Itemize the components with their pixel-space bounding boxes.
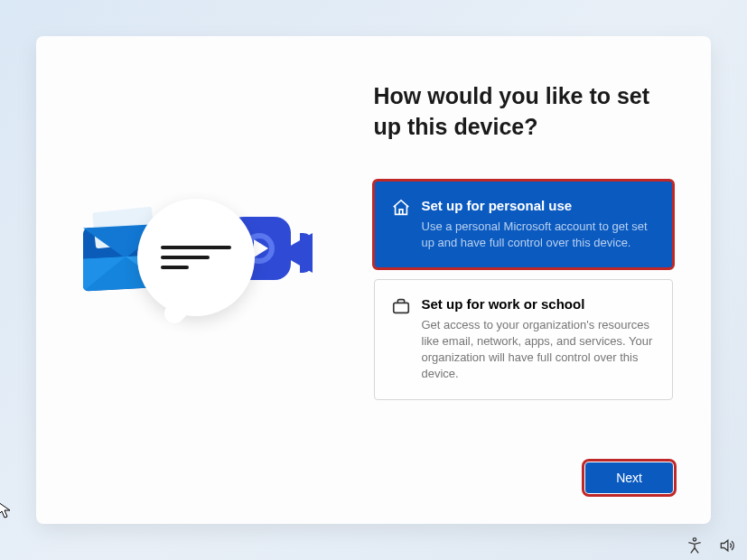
illustration-pane: [36, 36, 374, 524]
option-personal-use[interactable]: Set up for personal use Use a personal M…: [374, 181, 674, 268]
svg-rect-0: [393, 303, 408, 313]
footer: Next: [374, 462, 674, 497]
briefcase-icon: [391, 296, 411, 316]
option-work-school[interactable]: Set up for work or school Get access to …: [374, 279, 674, 400]
setup-window: How would you like to set up this device…: [36, 36, 711, 524]
volume-icon[interactable]: [718, 537, 736, 555]
svg-point-1: [693, 538, 696, 541]
option-personal-title: Set up for personal use: [422, 198, 655, 213]
option-work-desc: Get access to your organization's resour…: [422, 317, 655, 383]
page-title: How would you like to set up this device…: [374, 81, 654, 143]
option-work-title: Set up for work or school: [422, 296, 655, 312]
chat-bubble-icon: [137, 199, 255, 316]
home-icon: [391, 198, 411, 218]
setup-illustration: [83, 208, 327, 352]
accessibility-icon[interactable]: [686, 537, 704, 555]
next-button[interactable]: Next: [585, 462, 673, 493]
taskbar-tray: [686, 537, 736, 555]
option-personal-desc: Use a personal Microsoft account to get …: [422, 219, 655, 251]
content-pane: How would you like to set up this device…: [374, 36, 712, 524]
